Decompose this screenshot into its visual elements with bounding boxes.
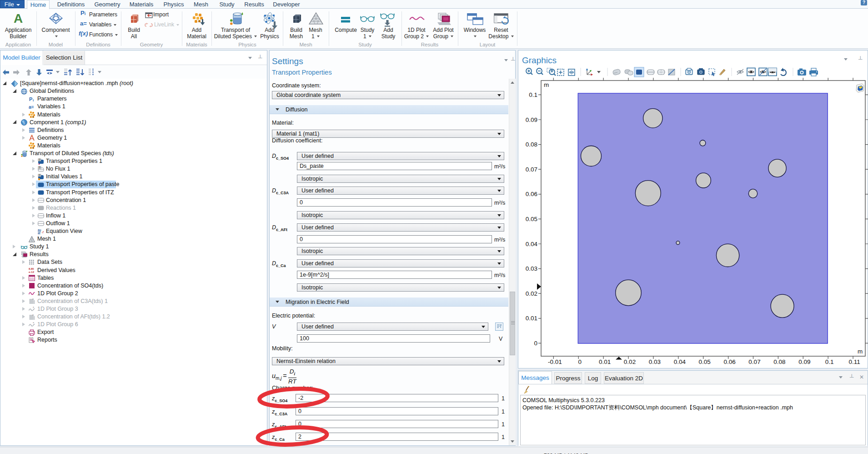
svg-text:8.85: 8.85	[29, 267, 34, 270]
svg-text:au: au	[38, 228, 41, 232]
svg-text:*: *	[32, 298, 34, 302]
svg-text:-f: -f	[41, 230, 44, 234]
svg-text:0.1: 0.1	[529, 91, 537, 98]
svg-text:0.07: 0.07	[526, 166, 537, 173]
svg-text:m: m	[544, 81, 549, 88]
svg-text:0.08: 0.08	[773, 358, 785, 365]
svg-text:0: 0	[534, 340, 537, 347]
svg-text:0.02: 0.02	[526, 290, 537, 297]
svg-text:0.06: 0.06	[723, 358, 735, 365]
svg-text:0: 0	[578, 358, 582, 365]
svg-text:0.01: 0.01	[599, 358, 611, 365]
svg-text:D: D	[39, 174, 40, 177]
svg-text:0.07: 0.07	[748, 358, 760, 365]
svg-text:*: *	[32, 314, 34, 318]
svg-text:D: D	[39, 158, 40, 161]
svg-text:a=: a=	[29, 105, 34, 110]
svg-text:0.09: 0.09	[526, 116, 537, 123]
svg-text:D: D	[39, 166, 40, 169]
svg-text:0.08: 0.08	[526, 141, 537, 148]
svg-text:0.05: 0.05	[526, 216, 537, 222]
svg-text:*: *	[33, 306, 34, 310]
svg-text:-0.01: -0.01	[548, 358, 562, 365]
svg-text:0.01: 0.01	[526, 315, 537, 322]
svg-text:0.05: 0.05	[699, 358, 711, 365]
svg-text:0.1: 0.1	[825, 358, 834, 365]
svg-text:i: i	[33, 98, 34, 102]
svg-text:0.03: 0.03	[526, 265, 537, 272]
svg-text:0.02: 0.02	[624, 358, 636, 365]
svg-text:1: 1	[23, 121, 25, 125]
svg-text:0.03: 0.03	[649, 358, 661, 365]
svg-text:0.06: 0.06	[526, 191, 537, 197]
svg-text:at: at	[38, 232, 41, 235]
svg-text:0.04: 0.04	[526, 241, 538, 247]
svg-text:m: m	[858, 348, 863, 355]
svg-text:0.11: 0.11	[848, 358, 860, 365]
svg-text:0.09: 0.09	[798, 358, 810, 365]
svg-text:P: P	[29, 96, 32, 102]
svg-text:0.04: 0.04	[674, 358, 686, 365]
svg-text:*: *	[33, 322, 34, 325]
svg-text:e-12: e-12	[29, 271, 35, 273]
